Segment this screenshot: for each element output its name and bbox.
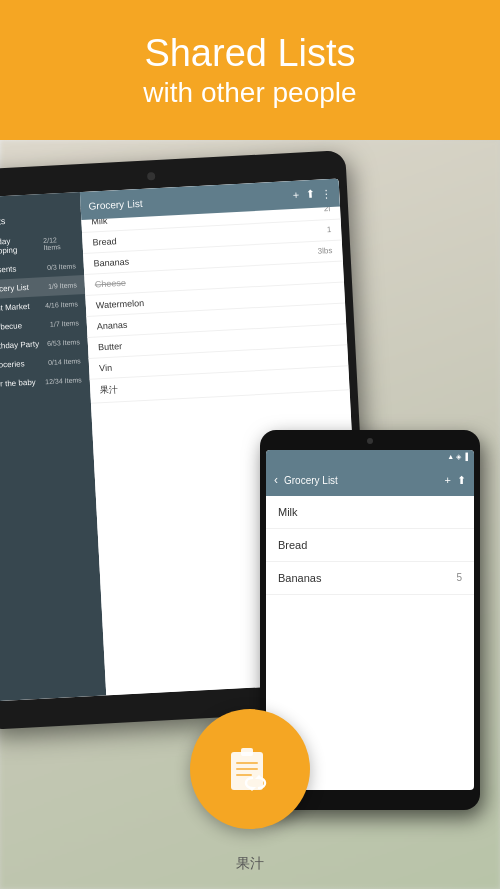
sidebar-item-count: 0/3 Items [47, 262, 76, 270]
sidebar-item-name: Fruit Market [0, 302, 30, 313]
item-qty [339, 372, 340, 385]
sidebar-item-count: 4/16 Items [45, 300, 78, 309]
phone-back-icon[interactable]: ‹ [274, 473, 278, 487]
sidebar-item-count: 2/12 Items [43, 235, 75, 251]
phone-status-icons: ▲ ◈ ▐ [447, 453, 468, 461]
phone-status-bar: ▲ ◈ ▐ [266, 450, 474, 464]
item-name: Cheese [95, 278, 127, 290]
item-qty: 3lbs [317, 246, 332, 257]
item-qty [338, 351, 339, 361]
phone-list-item[interactable]: Bread [266, 529, 474, 562]
add-icon[interactable]: + [293, 188, 300, 201]
header-line1: Shared Lists [144, 31, 355, 77]
sidebar-item-name: Presents [0, 265, 17, 276]
list-header-title: Grocery List [88, 197, 142, 211]
item-name: Bananas [93, 257, 129, 269]
phone-list-item[interactable]: Bananas 5 [266, 562, 474, 595]
sidebar-item-name: Barbecue [0, 321, 22, 332]
item-name: Watermelon [96, 298, 145, 311]
phone-item-name: Bread [278, 539, 307, 551]
item-name: Vin [99, 363, 112, 374]
grocery-items-list: Milk 2l Bread 1 Bananas 3lbs Cheese [81, 195, 350, 404]
sidebar-item-count: 6/53 Items [47, 338, 80, 347]
item-qty: 1 [327, 225, 332, 235]
item-qty [336, 330, 337, 340]
share-icon[interactable]: ⬆ [305, 187, 315, 200]
item-qty [334, 288, 335, 298]
scene-area: 14:36 All Lists Sunday Shopping 2/12 Ite… [0, 140, 500, 889]
item-qty [333, 267, 334, 277]
tablet-camera [147, 172, 155, 180]
phone-add-icon[interactable]: + [445, 474, 451, 487]
bottom-label: 果汁 [236, 855, 264, 873]
item-name: 果汁 [100, 383, 119, 397]
more-icon[interactable]: ⋮ [320, 186, 332, 200]
phone-camera [367, 438, 373, 444]
sidebar-item-name: Birthday Party [0, 339, 39, 351]
svg-rect-4 [236, 774, 252, 776]
header-line2: with other people [143, 77, 356, 109]
phone-header-title: Grocery List [284, 475, 439, 486]
fab-icon [223, 742, 278, 797]
phone-item-qty: 5 [456, 572, 462, 584]
phone-item-name: Milk [278, 506, 298, 518]
item-name: Butter [98, 341, 123, 352]
sidebar-item-name: Sunday Shopping [0, 235, 44, 256]
svg-rect-1 [241, 748, 253, 756]
item-name: Ananas [97, 320, 128, 332]
sidebar-item-name: Grocery List [0, 283, 29, 294]
phone-item-name: Bananas [278, 572, 321, 584]
item-name: Bread [92, 236, 117, 247]
sidebar-item-name: Groceries [0, 359, 25, 370]
item-qty [335, 309, 336, 319]
phone-header: ‹ Grocery List + ⬆ [266, 464, 474, 496]
sidebar-item-count: 12/34 Items [45, 376, 82, 385]
phone-header-icons: + ⬆ [445, 474, 466, 487]
sidebar-item-name: For the baby [0, 378, 36, 389]
sidebar-item-count: 1/9 Items [48, 281, 77, 289]
phone-share-icon[interactable]: ⬆ [457, 474, 466, 487]
list-header-icons: + ⬆ ⋮ [293, 186, 332, 201]
sidebar-item-count: 0/14 Items [48, 357, 81, 366]
svg-rect-3 [236, 768, 258, 770]
fab-button[interactable] [190, 709, 310, 829]
sidebar-item-for-the-baby[interactable]: For the baby 12/34 Items [0, 370, 90, 395]
header-banner: Shared Lists with other people [0, 0, 500, 140]
phone-list-item[interactable]: Milk [266, 496, 474, 529]
svg-rect-2 [236, 762, 258, 764]
sidebar-item-count: 1/7 Items [50, 319, 79, 327]
